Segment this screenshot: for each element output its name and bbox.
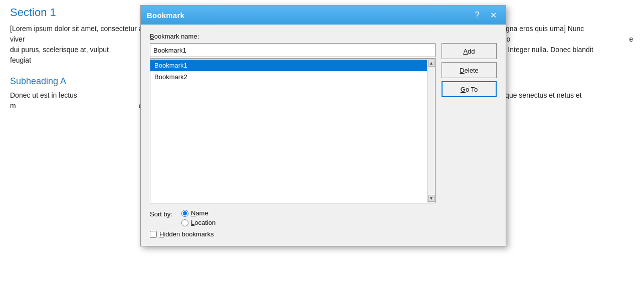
bookmark-list[interactable]: Bookmark1 Bookmark2 xyxy=(150,59,427,203)
help-button[interactable]: ? xyxy=(471,9,484,22)
hidden-bookmarks-section: Hidden bookmarks xyxy=(150,230,497,238)
sort-location-option[interactable]: Location xyxy=(181,219,216,226)
goto-underline: G xyxy=(461,86,466,93)
dialog-content-row: Bookmark1 Bookmark2 ▲ ▼ Add Delete xyxy=(150,43,497,203)
delete-button[interactable]: Delete xyxy=(442,62,497,78)
sort-name-radio[interactable] xyxy=(181,210,188,217)
left-panel: Bookmark1 Bookmark2 ▲ ▼ xyxy=(150,43,436,203)
sort-radio-group: Name Location xyxy=(181,209,216,226)
list-item[interactable]: Bookmark1 xyxy=(150,60,427,71)
titlebar-controls: ? ✕ xyxy=(471,9,500,22)
sort-section: Sort by: Name Location xyxy=(150,209,497,226)
dialog-body: Bookmark name: Bookmark1 Bookmark2 ▲ ▼ xyxy=(141,25,506,246)
add-button[interactable]: Add xyxy=(442,43,497,59)
hidden-bookmarks-label: Hidden bookmarks xyxy=(159,230,213,238)
sort-name-label: Name xyxy=(191,209,208,217)
hidden-bookmarks-checkbox[interactable] xyxy=(150,231,157,238)
bookmark-name-label: Bookmark name: xyxy=(150,33,497,40)
list-scrollbar: ▲ ▼ xyxy=(427,59,435,203)
list-item[interactable]: Bookmark2 xyxy=(150,71,427,83)
goto-button[interactable]: Go To xyxy=(442,81,497,97)
sort-location-label: Location xyxy=(191,219,216,226)
bookmark-name-input[interactable] xyxy=(150,43,436,57)
bookmark-name-underline: B xyxy=(150,33,154,40)
delete-underline: D xyxy=(460,67,464,74)
dialog-title: Bookmark xyxy=(147,11,184,20)
add-underline: A xyxy=(463,48,468,55)
sort-location-radio[interactable] xyxy=(181,219,188,226)
sort-name-option[interactable]: Name xyxy=(181,209,216,217)
scroll-up-arrow[interactable]: ▲ xyxy=(428,60,435,67)
right-panel: Add Delete Go To xyxy=(442,43,497,97)
bookmark-dialog: Bookmark ? ✕ Bookmark name: Bookmark1 Bo… xyxy=(140,5,506,246)
dialog-titlebar: Bookmark ? ✕ xyxy=(141,6,506,25)
bookmark-list-container: Bookmark1 Bookmark2 ▲ ▼ xyxy=(150,58,436,203)
scroll-down-arrow[interactable]: ▼ xyxy=(428,195,435,202)
close-button[interactable]: ✕ xyxy=(487,9,500,22)
sort-label: Sort by: xyxy=(150,209,177,218)
